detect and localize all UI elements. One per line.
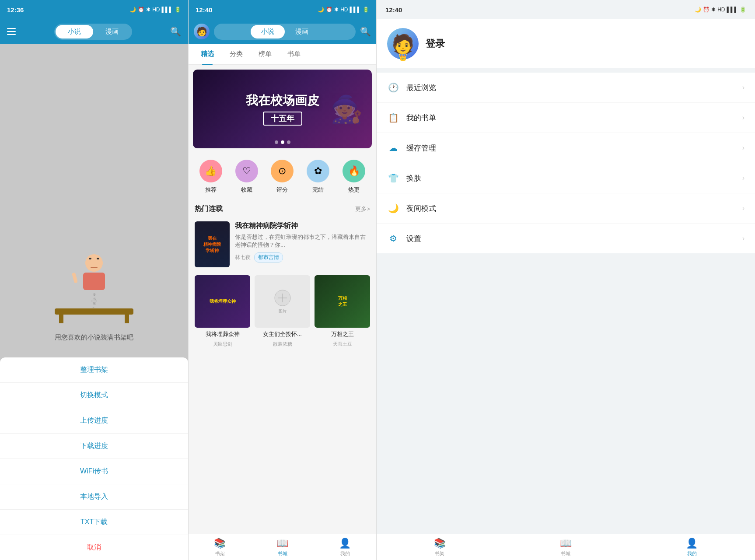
panel3-profile: 12:40 🌙 ⏰ ✱ HD ▌▌▌ 🔋 🧑 👑 登录 🕐 最近浏览 › 📋 我… [376,0,755,560]
p2-bottom-nav: 📚 书架 📖 书城 👤 我的 [189,534,376,560]
my-booklist-icon: 📋 [387,112,399,124]
complete-icon: ✿ [307,160,329,182]
p2-type-tabs: 小说 漫画 [214,24,356,40]
hot-book-genre[interactable]: 都市言情 [254,252,283,262]
qa-hot[interactable]: 🔥 热更 [343,160,365,194]
p2-nav-city[interactable]: 📖 书城 [251,538,314,557]
p2-tab-manga[interactable]: 漫画 [285,25,319,38]
p3-mine-label: 我的 [687,550,697,557]
p2-nav-category[interactable]: 分类 [222,44,251,64]
p3-status-time: 12:40 [385,6,402,14]
p3-nav-city[interactable]: 📖 书城 [503,538,629,557]
hot-section-title: 热门连载 [195,204,223,214]
p3-mine-icon: 👤 [686,538,698,549]
small-book-1-cover: 我将埋葬众神 [195,275,250,328]
p2-user-avatar[interactable]: 🧑 [194,24,210,39]
hot-book-cover: 我在精神病院学斩神 [195,221,230,267]
hd-icon: HD [152,7,160,13]
p3-menu-my-booklist[interactable]: 📋 我的书单 › [377,103,755,133]
p1-status-icons: 🌙 ⏰ ✱ HD ▌▌▌ 🔋 [129,7,181,13]
bluetooth-icon: ✱ [146,7,150,13]
p2-nav-shelf[interactable]: 📚 书架 [189,538,251,557]
p2-banner[interactable]: 我在校场画皮十五年 🧙 [193,70,372,148]
menu-switch-mode[interactable]: 切换模式 [0,383,188,408]
small-book-3-cover: 万相之王 [315,275,370,328]
p3-nav-shelf[interactable]: 📚 书架 [377,538,503,557]
cache-icon: ☁ [387,142,399,154]
p3-status-bar: 12:40 🌙 ⏰ ✱ HD ▌▌▌ 🔋 [377,0,755,19]
p2-nav-booklist[interactable]: 书单 [280,44,308,64]
p1-tab-novel[interactable]: 小说 [56,25,93,38]
p3-menu-settings[interactable]: ⚙ 设置 › [377,224,755,253]
p1-tab-manga[interactable]: 漫画 [93,25,131,38]
p1-type-tabs: 小说 漫画 [54,24,132,40]
signal-icon: ▌▌▌ [161,7,173,13]
dot-3 [287,140,290,144]
empty-shelf-text: 用您喜欢的小说装满书架吧 [55,333,133,342]
p3-menu-skin[interactable]: 👕 换肤 › [377,163,755,193]
p2-shelf-icon: 📚 [214,538,226,549]
p2-city-label: 书城 [278,550,287,557]
char-head [85,254,103,272]
p3-battery-icon: 🔋 [740,7,746,13]
hot-book-info: 我在精神病院学斩神 你是否想过，在霓虹璀璨的都市之下，潜藏着来自古老神话的怪物？… [235,221,370,262]
qa-recommend[interactable]: 👍 推荐 [199,160,222,194]
menu-cancel-button[interactable]: 取消 [0,535,188,560]
small-book-3[interactable]: 万相之王 万相之王 天蚕土豆 [315,275,370,347]
menu-upload-progress[interactable]: 上传进度 [0,408,188,434]
p2-tab-novel[interactable]: 小说 [251,25,285,38]
heroine-cover-art: 图片 [255,275,310,328]
p3-menu-cache[interactable]: ☁ 缓存管理 › [377,133,755,163]
recent-browse-icon: 🕐 [387,81,399,94]
small-book-3-title: 万相之王 [315,330,370,338]
hot-section-header: 热门连载 更多> [189,201,376,217]
p3-arrow-4: › [742,204,745,212]
menu-icon[interactable] [7,28,16,35]
p2-moon-icon: 🌙 [318,7,324,13]
dot-1 [275,140,278,144]
menu-download-progress[interactable]: 下载进度 [0,434,188,459]
small-book-2[interactable]: 图片 女主们全投怀... 散装浓糖 [255,275,310,347]
p2-nav-mine[interactable]: 👤 我的 [314,538,376,557]
p2-nav-ranking[interactable]: 榜单 [251,44,280,64]
p3-menu-recent-browse[interactable]: 🕐 最近浏览 › [377,73,755,103]
banner-title: 我在校场画皮十五年 [246,92,319,126]
hot-icon: 🔥 [343,160,365,182]
p3-status-icons: 🌙 ⏰ ✱ HD ▌▌▌ 🔋 [695,7,746,13]
panel2-bookcity: 12:40 🌙 ⏰ ✱ HD ▌▌▌ 🔋 🧑 小说 漫画 🔍 精选 分类 榜单 … [188,0,376,560]
p2-mine-label: 我的 [340,550,350,557]
p3-arrow-5: › [742,234,745,242]
recommend-icon: 👍 [199,160,222,182]
skin-icon: 👕 [387,172,399,184]
p2-bluetooth-icon: ✱ [334,7,339,13]
shelf-bench [55,308,133,315]
p3-login-text[interactable]: 登录 [426,37,445,50]
menu-txt-download[interactable]: TXT下载 [0,510,188,535]
p3-signal-icon: ▌▌▌ [727,7,738,13]
settings-icon: ⚙ [387,232,399,245]
menu-local-import[interactable]: 本地导入 [0,484,188,510]
hot-section-more[interactable]: 更多> [355,205,370,213]
menu-organize[interactable]: 整理书架 [0,357,188,383]
p1-search-icon[interactable]: 🔍 [170,26,181,37]
p3-nav-mine[interactable]: 👤 我的 [629,538,755,557]
small-book-1[interactable]: 我将埋葬众神 我将埋葬众神 贝邑思剑 [195,275,250,347]
p3-arrow-3: › [742,174,745,182]
night-mode-icon: 🌙 [387,202,399,214]
crown-badge: 👑 [398,53,407,61]
menu-wifi-transfer[interactable]: WiFi传书 [0,459,188,484]
action-menu: 整理书架 切换模式 上传进度 下载进度 WiFi传书 本地导入 TXT下载 取消 [0,357,188,560]
hospital-cover-art: 我在精神病院学斩神 [195,221,230,267]
qa-complete[interactable]: ✿ 完结 [307,160,329,194]
p2-status-bar: 12:40 🌙 ⏰ ✱ HD ▌▌▌ 🔋 [189,0,376,19]
battery-icon: 🔋 [175,7,181,13]
qa-rating[interactable]: ⊙ 评分 [271,160,294,194]
p3-menu-night-mode[interactable]: 🌙 夜间模式 › [377,193,755,224]
p2-nav-featured[interactable]: 精选 [193,44,222,64]
p2-alarm-icon: ⏰ [326,7,332,13]
p2-search-icon[interactable]: 🔍 [360,26,371,37]
p3-user-avatar[interactable]: 🧑 👑 [387,28,419,60]
hot-book-item[interactable]: 我在精神病院学斩神 我在精神病院学斩神 你是否想过，在霓虹璀璨的都市之下，潜藏着… [189,217,376,272]
qa-collect[interactable]: ♡ 收藏 [235,160,258,194]
qa-rating-label: 评分 [276,186,288,194]
